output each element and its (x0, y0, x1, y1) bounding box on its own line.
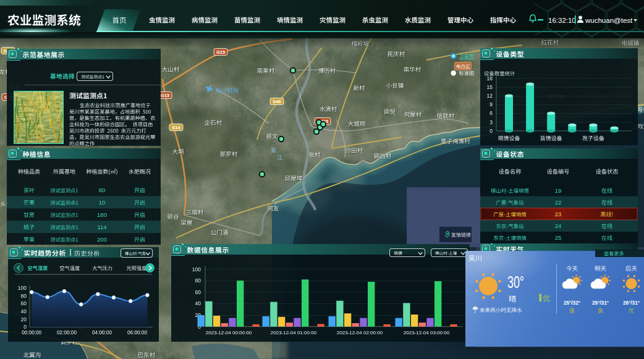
svg-text:04:00:00: 04:00:00 (92, 330, 112, 336)
svg-text:30°: 30° (507, 272, 524, 292)
svg-text:80: 80 (21, 293, 27, 299)
svg-text:25°/31°: 25°/31° (592, 300, 609, 306)
svg-text:60: 60 (21, 300, 27, 306)
svg-text:180: 180 (97, 211, 107, 218)
svg-text:S46: S46 (273, 99, 281, 104)
svg-text:2023-12-04 03:00:00: 2023-12-04 03:00:00 (404, 330, 450, 336)
svg-text:114: 114 (97, 224, 106, 230)
svg-text:0: 0 (23, 324, 27, 330)
svg-text:200: 200 (97, 236, 107, 243)
svg-text:02:00:00: 02:00:00 (57, 330, 77, 336)
svg-text:3: 3 (489, 119, 493, 125)
svg-text:S14: S14 (172, 125, 180, 130)
svg-text:100: 100 (18, 285, 27, 291)
svg-text:18: 18 (487, 75, 493, 82)
svg-text:G15: G15 (161, 93, 169, 98)
svg-text:9: 9 (489, 101, 493, 108)
svg-text:100: 100 (192, 266, 201, 272)
svg-text:0: 0 (489, 128, 493, 134)
svg-text:2023-12-04 02:00:00: 2023-12-04 02:00:00 (337, 330, 383, 336)
svg-text:00:00:00: 00:00:00 (22, 330, 41, 336)
svg-text:80: 80 (99, 187, 106, 193)
svg-text:19: 19 (555, 187, 562, 194)
svg-text:60: 60 (195, 289, 201, 295)
svg-text:22: 22 (555, 199, 562, 206)
svg-text:40: 40 (195, 300, 201, 306)
svg-text:25°/32°: 25°/32° (564, 300, 580, 306)
svg-text:80: 80 (195, 277, 201, 284)
svg-text:12: 12 (487, 93, 493, 99)
svg-text:6: 6 (489, 110, 493, 116)
svg-text:20: 20 (21, 316, 27, 323)
svg-text:2023-12-04 00:00:00: 2023-12-04 00:00:00 (206, 330, 252, 336)
svg-text:06:00:00: 06:00:00 (127, 330, 147, 336)
svg-text:25: 25 (555, 234, 562, 241)
svg-text:40: 40 (21, 308, 27, 315)
svg-text:wuchuan@test: wuchuan@test (585, 17, 633, 24)
svg-text:24: 24 (555, 222, 562, 229)
svg-text:G15: G15 (216, 49, 225, 55)
svg-text:10: 10 (99, 199, 106, 206)
svg-text:23: 23 (555, 211, 562, 218)
svg-text:2023-12-04 01:00:00: 2023-12-04 01:00:00 (271, 330, 317, 336)
svg-text:26°/31°: 26°/31° (623, 300, 640, 306)
svg-text:16:32:10: 16:32:10 (548, 17, 576, 24)
svg-text:15: 15 (487, 84, 493, 90)
